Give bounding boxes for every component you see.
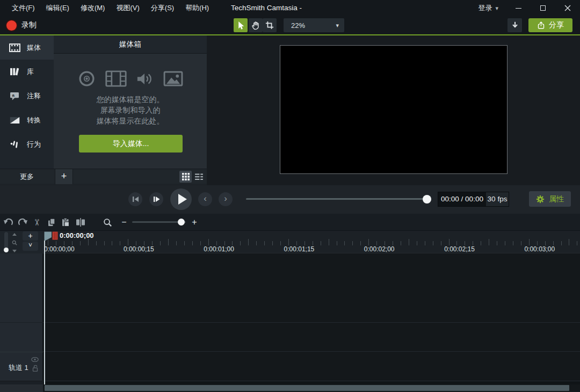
sidebar-item-annotations[interactable]: a 注释 — [0, 84, 54, 108]
collapse-tracks-button[interactable]: ˅ — [23, 242, 38, 251]
ruler-tick — [360, 241, 361, 245]
ruler-tick — [72, 241, 73, 245]
ruler-tick — [329, 239, 329, 245]
sidebar-item-media[interactable]: 媒体 — [0, 35, 54, 60]
menu-view[interactable]: 视图(V) — [116, 3, 139, 13]
camtasia-window: 文件(F) 编辑(E) 修改(M) 视图(V) 分享(S) 帮助(H) Tech… — [0, 0, 580, 392]
step-forward-button[interactable] — [149, 192, 163, 206]
horizontal-scrollbar[interactable] — [0, 384, 580, 392]
media-bin-title: 媒体箱 — [54, 35, 207, 54]
properties-button[interactable]: 属性 — [529, 191, 571, 207]
ruler-tick — [240, 241, 241, 245]
timeline-zoom-handle[interactable] — [178, 219, 185, 226]
ruler-tick — [352, 241, 353, 245]
timeline-content: 0:00:00;00 0:00:00;000:00:00;150:00:01;0… — [43, 231, 580, 384]
ruler-tick — [409, 239, 409, 245]
track-1-lane[interactable] — [43, 352, 580, 381]
ruler-tick — [481, 241, 481, 245]
maximize-icon — [540, 5, 546, 11]
scissors-icon: ✂ — [32, 219, 42, 226]
playhead-line[interactable] — [44, 241, 45, 384]
previous-button[interactable]: ‹ — [198, 192, 212, 206]
grid-view-button[interactable] — [179, 171, 192, 183]
cursor-icon — [236, 21, 245, 30]
menu-help[interactable]: 帮助(H) — [185, 3, 209, 13]
ruler-label: 0:00:00;00 — [44, 245, 75, 253]
add-media-button[interactable]: + — [55, 169, 73, 184]
sidebar-item-library[interactable]: 库 — [0, 60, 54, 84]
crop-tool-button[interactable] — [263, 18, 277, 32]
ruler-tick — [305, 241, 305, 245]
login-button[interactable]: 登录 ▾ — [470, 0, 506, 16]
ruler-tick — [264, 241, 265, 245]
ruler-scale[interactable]: 0:00:00;00 0:00:00;000:00:00;150:00:01;0… — [43, 231, 580, 253]
lock-open-icon[interactable] — [32, 365, 38, 372]
add-track-button[interactable]: + — [23, 231, 38, 241]
ruler-tick — [248, 239, 249, 245]
scrollbar-thumb[interactable] — [45, 385, 569, 391]
ruler-tick — [344, 241, 345, 245]
canvas-zoom-select[interactable]: 22% ▾ — [284, 18, 344, 32]
ruler-tick — [168, 239, 169, 245]
ruler-tick — [521, 241, 521, 245]
sidebar-item-behaviors[interactable]: 行为 — [0, 132, 54, 156]
download-button[interactable] — [508, 18, 522, 32]
ruler-tick — [577, 241, 577, 245]
redo-button[interactable] — [16, 216, 29, 229]
ruler-tick — [417, 241, 417, 245]
timeline-toolbar: ✂ − — [0, 214, 580, 231]
step-forward-icon — [153, 196, 160, 202]
paste-button[interactable] — [59, 216, 72, 229]
share-button[interactable]: 分享 — [528, 18, 572, 32]
track-height-handle[interactable] — [4, 248, 9, 252]
ruler-tick — [192, 241, 193, 245]
menu-share[interactable]: 分享(S) — [151, 3, 174, 13]
playhead-time: 0:00:00;00 — [60, 231, 94, 239]
ruler-tick — [272, 241, 273, 245]
ruler-tick — [160, 241, 161, 245]
menu-modify[interactable]: 修改(M) — [81, 3, 105, 13]
cursor-tool-button[interactable] — [234, 18, 248, 32]
scrub-slider[interactable] — [246, 198, 430, 200]
track-zoom-control[interactable] — [11, 233, 18, 252]
list-view-button[interactable] — [193, 171, 205, 183]
undo-button[interactable] — [2, 216, 15, 229]
canvas-stage[interactable] — [207, 35, 580, 185]
share-icon — [537, 21, 545, 30]
sidebar-item-label: 行为 — [27, 140, 41, 149]
cut-button[interactable]: ✂ — [31, 216, 44, 229]
import-media-button[interactable]: 导入媒体... — [79, 135, 183, 153]
close-button[interactable] — [555, 0, 580, 16]
step-back-button[interactable] — [128, 192, 142, 206]
current-duration-time: 00:00 / 00:00 — [438, 192, 486, 206]
menu-edit[interactable]: 编辑(E) — [46, 3, 69, 13]
ruler-tick — [401, 241, 401, 245]
playhead-flag[interactable] — [44, 231, 58, 242]
ruler-tick — [449, 239, 450, 245]
copy-button[interactable] — [45, 216, 58, 229]
download-icon — [511, 21, 519, 30]
track-icon-group — [31, 357, 39, 372]
ruler-tick — [376, 241, 377, 245]
sidebar-item-transitions[interactable]: 转换 — [0, 108, 54, 132]
video-preview[interactable] — [280, 45, 508, 174]
menu-bar: 文件(F) 编辑(E) 修改(M) 视图(V) 分享(S) 帮助(H) Tech… — [0, 0, 580, 16]
menu-file[interactable]: 文件(F) — [12, 3, 35, 13]
split-button[interactable] — [74, 216, 87, 229]
scrub-handle[interactable] — [423, 195, 431, 204]
minimize-button[interactable] — [506, 0, 531, 16]
play-button[interactable] — [170, 188, 192, 210]
timeline-zoom-out-button[interactable]: − — [119, 216, 129, 229]
divider — [0, 322, 43, 323]
next-button[interactable]: › — [219, 192, 233, 206]
arrow-up-icon — [12, 233, 17, 236]
timeline-zoom-in-button[interactable]: + — [189, 216, 200, 229]
hand-tool-button[interactable] — [249, 18, 263, 32]
record-button[interactable]: 录制 — [4, 18, 39, 32]
sidebar-more-button[interactable]: 更多 — [0, 169, 54, 184]
maximize-button[interactable] — [531, 0, 555, 16]
magnifier-icon — [12, 240, 17, 245]
ruler-tick — [144, 241, 144, 245]
eye-icon[interactable] — [31, 357, 39, 362]
canvas-zoom-value: 22% — [291, 21, 305, 30]
